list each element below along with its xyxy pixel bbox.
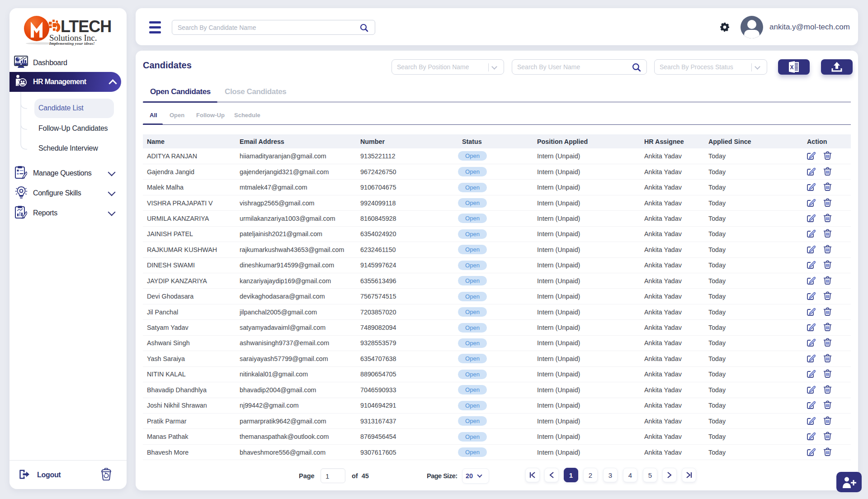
svg-text:X: X xyxy=(790,64,794,71)
svg-text:Implementing your ideas!: Implementing your ideas! xyxy=(49,41,95,46)
